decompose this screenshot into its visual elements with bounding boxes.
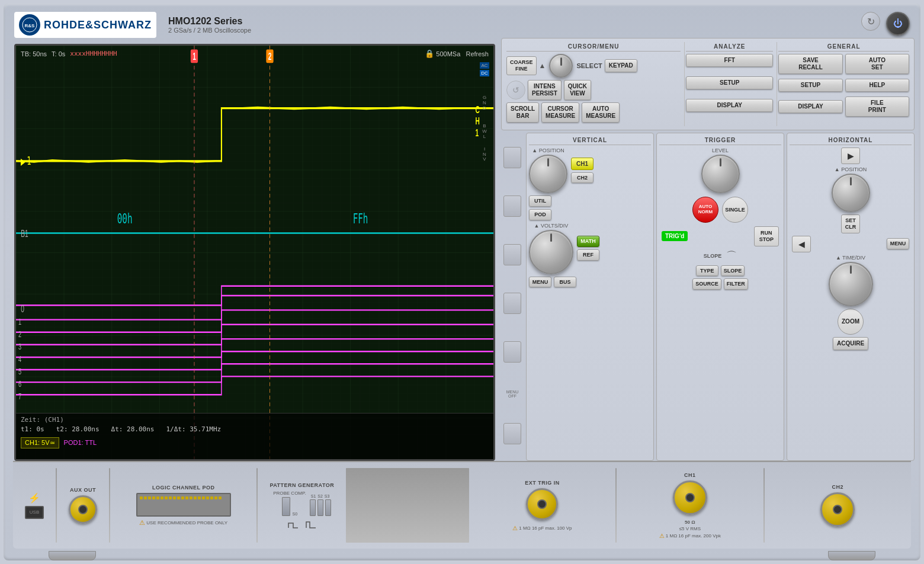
side-button-3[interactable] <box>503 244 521 265</box>
time-div-knob[interactable] <box>829 262 873 306</box>
keypad-button[interactable]: KEYPAD <box>605 59 637 72</box>
pod-pin <box>144 496 147 499</box>
side-button-5[interactable] <box>503 341 521 363</box>
coarse-fine-button[interactable]: COARSE FINE <box>506 56 537 75</box>
probe-warning: ⚠ USE RECOMMENDED PROBE ONLY <box>139 519 227 527</box>
time-measurements: Zeit: (CH1) <box>21 416 489 424</box>
bnc-inner-ch2 <box>833 505 842 514</box>
svg-text:7: 7 <box>18 392 21 402</box>
svg-text:1: 1 <box>18 317 21 327</box>
slope-button[interactable]: SLOPE <box>721 265 745 277</box>
setup-button[interactable]: SETUP <box>686 76 773 89</box>
usb-symbol-icon: ⚡ <box>28 492 40 504</box>
math-button[interactable]: MATH <box>577 236 599 247</box>
pulse-wave-icon <box>305 520 317 529</box>
svg-text:00h: 00h <box>117 211 133 226</box>
side-button-2[interactable] <box>503 196 521 217</box>
trigrd-indicator: TRIG'd <box>662 231 688 241</box>
util-button[interactable]: UTIL <box>529 196 551 207</box>
vertical-position-knob[interactable] <box>529 155 567 193</box>
intens-persist-button[interactable]: INTENS PERSIST <box>528 80 562 100</box>
pod-pin <box>198 496 201 499</box>
auto-norm-button[interactable]: AUTO NORM <box>692 197 718 223</box>
ref-button[interactable]: REF <box>577 249 599 261</box>
side-button-6[interactable] <box>503 423 521 444</box>
run-stop-button[interactable]: RUN STOP <box>754 226 779 246</box>
right-foot <box>828 551 875 560</box>
set-clr-button[interactable]: SET CLR <box>841 214 861 233</box>
power-button[interactable]: ⏻ <box>886 12 910 36</box>
svg-text:3: 3 <box>18 342 21 352</box>
save-recall-button[interactable]: SAVE RECALL <box>778 54 842 74</box>
menu-off-label: MENU OFF <box>503 390 521 398</box>
pod-button[interactable]: POD <box>529 209 551 220</box>
probe-comp-label: PROBE COMP. <box>273 491 306 496</box>
ch2-bnc <box>820 492 855 527</box>
ch1-info-label: CH1: 5V≃ <box>21 437 59 448</box>
s1-label: S1 <box>311 494 316 498</box>
select-knob[interactable] <box>549 54 573 78</box>
display2-button[interactable]: DISPLAY <box>778 100 842 113</box>
probe-s2 <box>317 499 323 516</box>
general-panel: GENERAL SAVE RECALL AUTO SET SETUP HELP <box>777 42 910 126</box>
volts-div-label: ▲ VOLTS/DIV <box>534 223 569 229</box>
help-button[interactable]: HELP <box>845 79 909 92</box>
scroll-bar-button[interactable]: SCROLL BAR <box>506 102 539 123</box>
ch1-front-section: CH1 50 Ω ≤5 V RMS ⚠ 1 MΩ 16 pF max. 200 … <box>628 472 751 539</box>
divider-4 <box>346 468 469 543</box>
play-button[interactable]: ▶ <box>841 148 860 164</box>
level-label: LEVEL <box>712 148 729 153</box>
refresh-button[interactable]: ↻ <box>861 12 880 31</box>
divider-5 <box>615 468 617 543</box>
pod-pin <box>206 496 209 499</box>
side-menu-buttons: MENU OFF <box>501 133 524 461</box>
brand-name: ROHDE&SCHWARZ <box>44 19 152 31</box>
side-button-4[interactable] <box>503 293 521 314</box>
auto-set-button[interactable]: AUTO SET <box>845 54 909 74</box>
auto-measure-button[interactable]: AUTO MEASURE <box>582 102 620 123</box>
file-print-button[interactable]: FILE PRINT <box>845 97 909 117</box>
slope-label-text: SLOPE <box>704 253 722 259</box>
probe-s3 <box>325 499 331 516</box>
volts-div-knob[interactable] <box>529 230 573 274</box>
zoom-button[interactable]: ZOOM <box>838 309 864 335</box>
inv-delta-t-value: 1/Δt: 35.71MHz <box>166 425 221 433</box>
cursor-menu-title: CURSOR/MENU <box>506 43 681 52</box>
ch2-button[interactable]: CH2 <box>571 172 593 184</box>
horiz-position-label: ▲ POSITION <box>835 166 867 172</box>
aux-out-bnc <box>69 495 97 524</box>
source-button[interactable]: SOURCE <box>692 278 721 290</box>
horiz-menu-button[interactable]: MENU <box>887 238 909 249</box>
undo-button[interactable]: ↺ <box>506 81 525 100</box>
filter-button[interactable]: FILTER <box>724 278 748 290</box>
svg-text:FFh: FFh <box>353 211 368 226</box>
single-button[interactable]: SINGLE <box>722 197 748 223</box>
type-button[interactable]: TYPE <box>696 265 718 277</box>
cursor-menu-panel: CURSOR/MENU COARSE FINE ▲ SELECT KEYPAD <box>505 42 682 126</box>
ext-warning-icon: ⚠ <box>512 525 518 531</box>
horiz-position-knob[interactable] <box>832 174 870 212</box>
pod-pin <box>148 496 151 499</box>
s2-label: S2 <box>317 494 323 498</box>
vert-menu-button[interactable]: MENU <box>529 277 551 288</box>
refresh-icon: ↻ <box>867 16 875 27</box>
divider-6 <box>763 468 765 543</box>
bus-button[interactable]: BUS <box>554 277 576 288</box>
aux-out-section: AUX OUT <box>69 487 97 524</box>
quick-view-button[interactable]: QUICK VIEW <box>564 80 591 100</box>
acquire-button[interactable]: ACQUIRE <box>833 337 868 350</box>
svg-text:4: 4 <box>18 354 21 364</box>
pod-pin <box>152 496 155 499</box>
trigger-level-knob[interactable] <box>701 155 740 193</box>
aux-out-label: AUX OUT <box>70 487 96 493</box>
cursor-measure-button[interactable]: CURSOR MEASURE <box>541 102 579 123</box>
display-button[interactable]: DISPLAY <box>686 99 773 112</box>
setup2-button[interactable]: SETUP <box>778 79 842 92</box>
pod-pins <box>137 494 230 502</box>
fft-button[interactable]: FFT <box>686 54 773 67</box>
side-button-1[interactable] <box>503 147 521 168</box>
back-button[interactable]: ◀ <box>792 236 811 252</box>
ch1-button[interactable]: CH1 <box>571 158 593 170</box>
bwl-label: BWL <box>482 124 487 139</box>
warning-triangle-icon: ⚠ <box>139 519 145 527</box>
